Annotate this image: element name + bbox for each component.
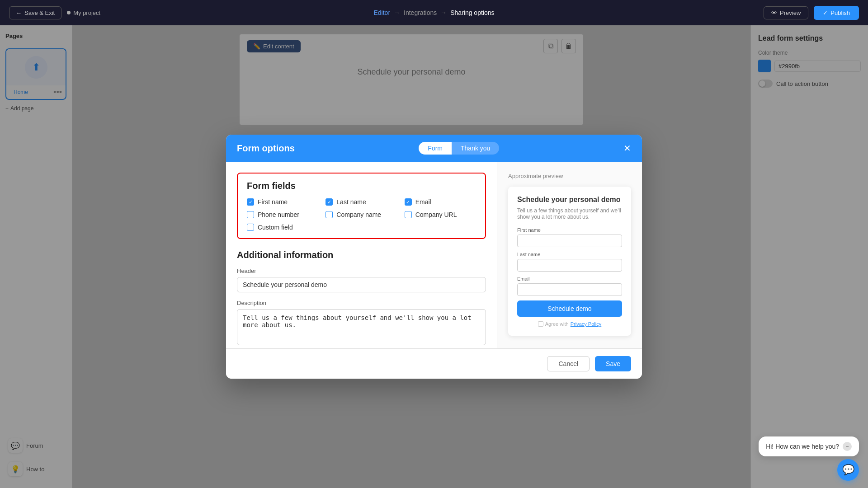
field-company-name-label: Company name <box>336 211 381 218</box>
save-button[interactable]: Save <box>595 356 631 371</box>
preview-last-name-input[interactable] <box>517 259 622 272</box>
header-label: Header <box>237 267 486 274</box>
top-nav-center: Editor → Integrations → Sharing options <box>373 9 494 16</box>
checkbox-company-url[interactable] <box>405 211 412 218</box>
field-phone-label: Phone number <box>258 211 299 218</box>
field-first-name: First name <box>247 198 318 206</box>
field-email-label: Email <box>415 198 431 206</box>
checkbox-email[interactable] <box>405 198 412 206</box>
top-nav-left: ← Save & Exit My project <box>9 6 100 19</box>
preview-email-label: Email <box>517 276 622 282</box>
modal-left: Form fields First name Last name <box>226 162 497 348</box>
additional-section: Additional information Header Descriptio… <box>237 250 486 347</box>
nav-arrow-2: → <box>440 9 447 16</box>
chat-message: Hi! How can we help you? <box>766 443 839 450</box>
field-first-name-label: First name <box>258 198 288 206</box>
checkbox-last-name[interactable] <box>326 198 333 206</box>
field-email: Email <box>405 198 476 206</box>
preview-first-name-label: First name <box>517 227 622 233</box>
preview-label: Preview <box>780 9 801 16</box>
arrow-left-icon: ← <box>16 9 22 16</box>
top-nav-right: 👁 Preview ✓ Publish <box>764 6 859 20</box>
header-field-group: Header <box>237 267 486 292</box>
form-options-modal: Form options Form Thank you ✕ Form field… <box>226 135 642 379</box>
preview-first-name-input[interactable] <box>517 235 622 247</box>
cancel-button[interactable]: Cancel <box>547 356 590 371</box>
additional-info-title: Additional information <box>237 250 486 260</box>
field-custom: Custom field <box>247 224 318 231</box>
form-tab[interactable]: Form <box>419 142 452 155</box>
privacy-policy-link[interactable]: Privacy Policy <box>571 321 601 327</box>
preview-button[interactable]: 👁 Preview <box>764 6 808 19</box>
modal-footer: Cancel Save <box>226 348 642 379</box>
field-company-url-label: Company URL <box>415 211 457 218</box>
privacy-checkbox[interactable] <box>538 321 543 327</box>
modal-title: Form options <box>237 143 295 154</box>
privacy-text: Agree with <box>545 321 569 327</box>
desc-textarea[interactable]: Tell us a few things about yourself and … <box>237 309 486 345</box>
modal-body: Form fields First name Last name <box>226 162 642 348</box>
header-input[interactable] <box>237 277 486 292</box>
editor-nav-link[interactable]: Editor <box>373 9 390 16</box>
preview-email-input[interactable] <box>517 283 622 296</box>
form-fields-box: Form fields First name Last name <box>237 173 486 239</box>
desc-label: Description <box>237 300 486 306</box>
preview-title: Approximate preview <box>508 173 631 179</box>
desc-field-group: Description Tell us a few things about y… <box>237 300 486 347</box>
preview-submit-button[interactable]: Schedule demo <box>517 300 622 317</box>
field-last-name-label: Last name <box>336 198 366 206</box>
chat-messenger-icon: 💬 <box>842 464 854 476</box>
modal-tabs: Form Thank you <box>419 142 499 155</box>
modal-right: Approximate preview Schedule your person… <box>497 162 642 348</box>
fields-grid: First name Last name Email <box>247 198 476 231</box>
integrations-nav-link[interactable]: Integrations <box>404 9 437 16</box>
save-exit-button[interactable]: ← Save & Exit <box>9 6 61 19</box>
field-company-url: Company URL <box>405 211 476 218</box>
checkbox-first-name[interactable] <box>247 198 254 206</box>
check-icon: ✓ <box>823 9 828 16</box>
chat-close-button[interactable]: − <box>843 442 852 451</box>
modal-header: Form options Form Thank you ✕ <box>226 135 642 162</box>
preview-privacy: Agree with Privacy Policy <box>517 321 622 327</box>
form-fields-title: Form fields <box>247 181 476 191</box>
preview-card: Schedule your personal demo Tell us a fe… <box>508 187 631 336</box>
field-custom-label: Custom field <box>258 224 293 231</box>
eye-icon: 👁 <box>771 9 777 16</box>
modal-overlay[interactable]: Form options Form Thank you ✕ Form field… <box>0 25 868 488</box>
field-company-name: Company name <box>326 211 397 218</box>
preview-last-name-label: Last name <box>517 252 622 257</box>
modal-close-button[interactable]: ✕ <box>623 144 631 153</box>
project-name-label: My project <box>73 9 100 16</box>
checkbox-phone[interactable] <box>247 211 254 218</box>
chat-bubble: Hi! How can we help you? − <box>759 436 859 456</box>
sharing-options-nav-link[interactable]: Sharing options <box>450 9 494 16</box>
top-nav: ← Save & Exit My project Editor → Integr… <box>0 0 868 25</box>
publish-label: Publish <box>830 9 850 16</box>
preview-desc: Tell us a few things about yourself and … <box>517 207 622 220</box>
thankyou-tab[interactable]: Thank you <box>452 142 499 155</box>
chat-icon-button[interactable]: 💬 <box>837 459 859 481</box>
checkbox-company-name[interactable] <box>326 211 333 218</box>
save-exit-label: Save & Exit <box>24 9 55 16</box>
project-dot <box>67 11 71 14</box>
project-name: My project <box>67 9 100 16</box>
field-phone: Phone number <box>247 211 318 218</box>
checkbox-custom[interactable] <box>247 224 254 231</box>
preview-heading: Schedule your personal demo <box>517 196 622 204</box>
nav-arrow-1: → <box>394 9 400 16</box>
publish-button[interactable]: ✓ Publish <box>814 6 859 20</box>
field-last-name: Last name <box>326 198 397 206</box>
